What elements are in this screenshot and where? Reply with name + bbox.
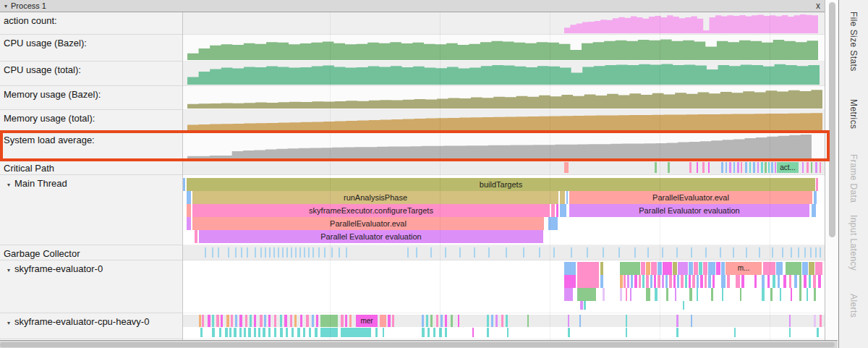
- row-label-memory-usage-total[interactable]: Memory usage (total):: [0, 110, 182, 132]
- trace-slice[interactable]: [814, 191, 817, 204]
- row-track-system-load-average[interactable]: [183, 132, 825, 160]
- trace-slice[interactable]: [564, 288, 573, 301]
- row-label-memory-usage-bazel[interactable]: Memory usage (Bazel):: [0, 86, 182, 110]
- trace-slice[interactable]: [749, 162, 751, 173]
- horizontal-scrollbar-thumb[interactable]: [0, 342, 835, 347]
- trace-slice-parallel-evaluator-evaluation[interactable]: Parallel Evaluator evaluation: [569, 204, 809, 217]
- trace-slice[interactable]: [757, 162, 759, 173]
- row-track-memory-usage-total[interactable]: [183, 110, 825, 132]
- trace-slice[interactable]: [697, 275, 699, 288]
- gc-tick[interactable]: [474, 247, 475, 258]
- trace-slice[interactable]: [740, 288, 741, 301]
- row-label-skyframe-evaluator-cpu-heavy-0[interactable]: ▾skyframe-evaluator-cpu-heavy-0: [0, 313, 182, 339]
- trace-slice[interactable]: [626, 328, 627, 337]
- trace-slice[interactable]: [566, 191, 568, 204]
- trace-slice[interactable]: [789, 315, 791, 327]
- trace-slice[interactable]: [689, 288, 692, 301]
- trace-slice[interactable]: [436, 315, 438, 327]
- trace-slice[interactable]: [689, 262, 693, 275]
- gc-tick[interactable]: [312, 247, 314, 258]
- trace-slice[interactable]: [627, 275, 629, 288]
- trace-slice[interactable]: [439, 328, 442, 337]
- gc-tick[interactable]: [247, 247, 248, 258]
- trace-slice[interactable]: [320, 328, 338, 337]
- trace-slice[interactable]: [495, 315, 498, 327]
- trace-slice[interactable]: [651, 262, 657, 275]
- trace-slice[interactable]: [426, 315, 428, 327]
- trace-slice[interactable]: [292, 328, 294, 337]
- trace-slice[interactable]: [809, 275, 811, 288]
- row-label-critical-path[interactable]: Critical Path: [0, 160, 182, 175]
- trace-slice[interactable]: [815, 262, 822, 275]
- trace-slice[interactable]: [697, 162, 698, 173]
- collapse-arrow-icon[interactable]: ▾: [7, 267, 10, 273]
- trace-slice[interactable]: [677, 275, 679, 288]
- trace-slice[interactable]: [655, 162, 657, 173]
- trace-slice[interactable]: [316, 315, 318, 327]
- gc-tick[interactable]: [798, 247, 799, 258]
- trace-slice[interactable]: [187, 191, 191, 204]
- vertical-scrollbar[interactable]: [825, 0, 838, 340]
- trace-slice[interactable]: [620, 275, 623, 288]
- trace-slice[interactable]: [584, 301, 586, 310]
- trace-slice[interactable]: [689, 275, 691, 288]
- trace-slice[interactable]: [716, 262, 720, 275]
- trace-slice[interactable]: [721, 262, 725, 275]
- row-track-skyframe-evaluator-0[interactable]: m...: [183, 260, 825, 313]
- gc-tick[interactable]: [759, 247, 760, 258]
- trace-slice[interactable]: [303, 328, 305, 337]
- trace-slice[interactable]: [814, 315, 816, 327]
- trace-slice[interactable]: [708, 162, 710, 173]
- trace-slice[interactable]: [254, 315, 256, 327]
- trace-slice[interactable]: [626, 288, 627, 301]
- timeline-canvas[interactable]: action count:CPU usage (Bazel):CPU usage…: [0, 12, 825, 340]
- trace-slice[interactable]: [568, 328, 570, 337]
- trace-slice-parallelevaluator-eval[interactable]: ParallelEvaluator.eval: [192, 217, 544, 230]
- trace-slice[interactable]: [639, 275, 641, 288]
- gc-tick[interactable]: [212, 247, 213, 258]
- trace-slice[interactable]: [441, 315, 443, 327]
- trace-slice[interactable]: [560, 204, 566, 217]
- trace-slice[interactable]: [765, 162, 767, 173]
- trace-slice[interactable]: [741, 162, 742, 173]
- trace-slice[interactable]: [699, 262, 702, 275]
- trace-slice-buildtargets[interactable]: buildTargets: [187, 178, 815, 191]
- trace-slice[interactable]: [219, 328, 221, 337]
- trace-slice[interactable]: [280, 328, 283, 337]
- trace-slice[interactable]: [669, 275, 672, 288]
- row-label-skyframe-evaluator-0[interactable]: ▾skyframe-evaluator-0: [0, 260, 182, 313]
- trace-slice[interactable]: [245, 315, 247, 327]
- gc-tick[interactable]: [218, 247, 219, 258]
- row-label-main-thread[interactable]: ▾Main Thread: [0, 175, 182, 245]
- trace-slice[interactable]: [676, 328, 678, 337]
- trace-slice[interactable]: [422, 328, 425, 337]
- trace-slice[interactable]: [697, 288, 698, 301]
- trace-slice[interactable]: [763, 262, 775, 275]
- gc-tick[interactable]: [459, 247, 461, 258]
- trace-slice[interactable]: [263, 328, 265, 337]
- trace-slice[interactable]: [658, 275, 660, 288]
- gc-tick[interactable]: [720, 247, 721, 258]
- trace-slice[interactable]: [754, 275, 757, 288]
- trace-slice[interactable]: [560, 191, 565, 204]
- gc-tick[interactable]: [282, 247, 284, 258]
- trace-slice[interactable]: [274, 315, 276, 327]
- gc-tick[interactable]: [416, 247, 417, 258]
- trace-slice[interactable]: [726, 162, 727, 173]
- trace-slice[interactable]: [200, 328, 203, 337]
- trace-slice-runanalysisphase[interactable]: runAnalysisPhase: [192, 191, 558, 204]
- trace-slice[interactable]: [556, 204, 558, 217]
- trace-slice[interactable]: [630, 288, 631, 301]
- trace-slice[interactable]: [221, 315, 223, 327]
- trace-slice[interactable]: [802, 162, 804, 173]
- trace-slice[interactable]: [187, 204, 191, 217]
- trace-slice[interactable]: [654, 275, 656, 288]
- trace-slice[interactable]: [309, 328, 311, 337]
- trace-slice[interactable]: [767, 275, 770, 288]
- trace-slice[interactable]: [799, 275, 801, 288]
- gc-tick[interactable]: [691, 247, 692, 258]
- gc-tick[interactable]: [273, 247, 275, 258]
- trace-slice[interactable]: [799, 288, 801, 301]
- gc-tick[interactable]: [346, 247, 347, 258]
- trace-slice[interactable]: [427, 328, 430, 337]
